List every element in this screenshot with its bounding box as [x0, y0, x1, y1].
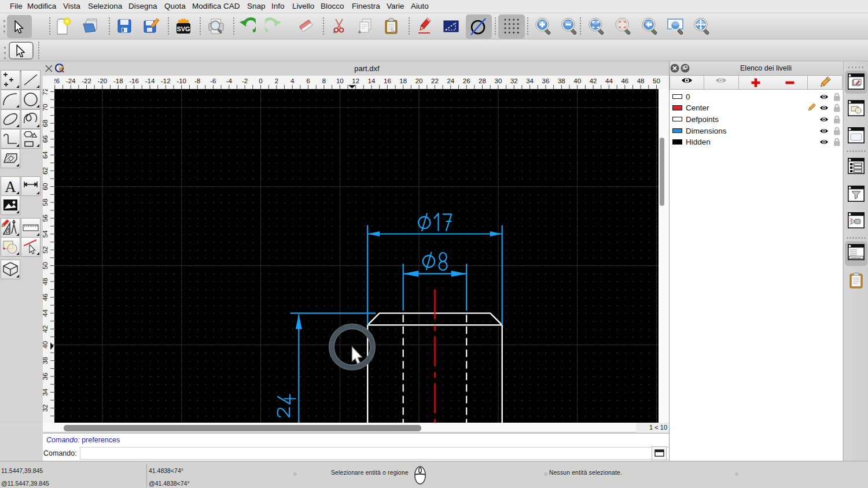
svg-text:-2: -2	[242, 77, 248, 84]
svg-text:48: 48	[43, 278, 49, 286]
svg-text:32: 32	[43, 404, 49, 412]
svg-text:+: +	[333, 28, 336, 35]
svg-text:command: command	[851, 256, 861, 259]
svg-text:-14: -14	[145, 77, 155, 84]
svg-text:40: 40	[43, 341, 49, 349]
svg-text:2: 2	[275, 77, 278, 84]
svg-text:-12: -12	[161, 77, 171, 84]
svg-text:46: 46	[43, 294, 49, 301]
svg-text:42: 42	[590, 77, 597, 84]
svg-text:68: 68	[43, 120, 49, 127]
svg-text:58: 58	[43, 199, 49, 206]
svg-text:46: 46	[621, 77, 628, 84]
svg-text:70: 70	[43, 104, 49, 112]
svg-text:38: 38	[43, 357, 49, 364]
svg-text:64: 64	[43, 151, 49, 158]
svg-text:28: 28	[479, 77, 486, 84]
svg-text:22: 22	[431, 77, 439, 84]
svg-text:48: 48	[637, 77, 645, 84]
svg-text:12: 12	[352, 77, 359, 84]
svg-text:54: 54	[43, 230, 49, 238]
svg-text:SVG: SVG	[176, 25, 190, 32]
svg-text:56: 56	[43, 215, 49, 222]
svg-text:A: A	[5, 178, 16, 195]
svg-text:34: 34	[526, 77, 534, 84]
svg-text:16: 16	[384, 77, 391, 84]
svg-text:20: 20	[415, 77, 423, 84]
svg-text:18: 18	[399, 77, 407, 84]
svg-text:-10: -10	[176, 77, 186, 84]
svg-text:50: 50	[653, 77, 660, 84]
svg-text:66: 66	[43, 135, 49, 143]
svg-text:6: 6	[306, 77, 310, 84]
svg-text:-24: -24	[66, 77, 76, 84]
svg-text:24: 24	[447, 77, 454, 84]
svg-text:-6: -6	[210, 77, 216, 84]
svg-text:52: 52	[43, 246, 49, 254]
svg-text:4: 4	[290, 77, 295, 84]
svg-text:34: 34	[43, 388, 49, 395]
svg-text:-16: -16	[129, 77, 139, 84]
svg-text:44: 44	[43, 309, 49, 317]
svg-text:-22: -22	[82, 77, 91, 84]
svg-text:36: 36	[43, 373, 49, 380]
svg-text:10: 10	[336, 77, 344, 84]
svg-text:42: 42	[43, 326, 49, 333]
svg-text:32: 32	[510, 77, 518, 84]
svg-text:40: 40	[573, 77, 581, 84]
svg-text:60: 60	[43, 183, 49, 190]
svg-text:72: 72	[43, 89, 49, 95]
svg-text:50: 50	[43, 262, 49, 269]
svg-text:62: 62	[43, 167, 49, 175]
svg-text:14: 14	[368, 77, 376, 84]
svg-text:26: 26	[463, 77, 470, 84]
svg-text:38: 38	[558, 77, 565, 84]
svg-text:-4: -4	[226, 77, 233, 84]
svg-text:-8: -8	[194, 77, 200, 84]
svg-text:30: 30	[495, 77, 502, 84]
svg-text:36: 36	[542, 77, 550, 84]
svg-text:+: +	[358, 28, 361, 35]
svg-text:-18: -18	[113, 77, 123, 84]
svg-text:-20: -20	[98, 77, 108, 84]
svg-text:8: 8	[322, 77, 326, 84]
svg-text:0: 0	[259, 77, 262, 84]
svg-text:44: 44	[605, 77, 613, 84]
